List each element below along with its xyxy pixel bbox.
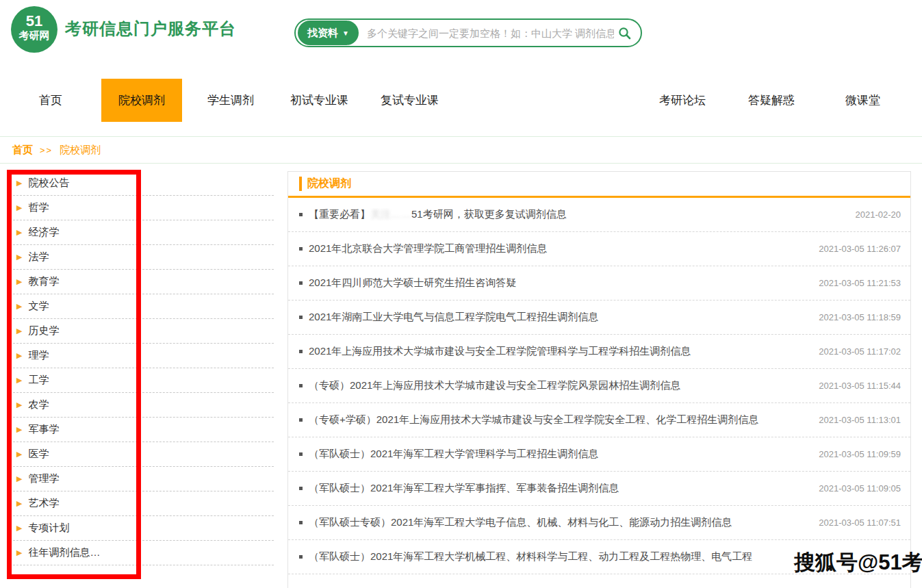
table-row: 2021年四川师范大学硕士研究生招生咨询答疑 2021-03-05 11:21:… <box>288 266 910 301</box>
nav-item-student-adjustment[interactable]: 学生调剂 <box>207 79 254 122</box>
search-category-button[interactable]: 找资料 ▼ <box>298 21 359 45</box>
table-row: （军队硕士）2021年海军工程大学军事指挥、军事装备招生调剂信息 2021-03… <box>288 472 910 506</box>
article-title-link[interactable]: （专硕）2021年上海应用技术大学城市建设与安全工程学院风景园林招生调剂信息 <box>309 379 810 392</box>
bullet-square-icon <box>299 316 303 319</box>
bullet-square-icon <box>299 350 303 353</box>
sidebar-item-label: 农学 <box>28 398 49 411</box>
bullet-square-icon <box>299 487 303 490</box>
article-date: 2021-03-05 11:18:59 <box>819 312 901 322</box>
main-nav: 首页 院校调剂 学生调剂 初试专业课 复试专业课 考研论坛 答疑解惑 微课堂 <box>0 79 922 122</box>
article-date: 2021-03-05 11:15:44 <box>819 381 901 391</box>
sidebar-item-past-adjustment-info[interactable]: ▶往年调剂信息… <box>10 541 274 565</box>
nav-item-retest-courses[interactable]: 复试专业课 <box>381 79 439 122</box>
sidebar-item-military[interactable]: ▶军事学 <box>10 418 274 442</box>
article-title-link[interactable]: 【重要必看】关注……51考研网，获取更多复试调剂信息 <box>309 208 847 221</box>
sidebar-item-label: 军事学 <box>28 423 59 436</box>
panel-title: 院校调剂 <box>299 177 351 191</box>
table-row: 2021年湖南工业大学电气与信息工程学院电气工程招生调剂信息 2021-03-0… <box>288 301 910 335</box>
arrow-right-icon: ▶ <box>16 277 22 286</box>
sidebar-item-history[interactable]: ▶历史学 <box>10 319 274 344</box>
sidebar-item-special-plan[interactable]: ▶专项计划 <box>10 516 274 541</box>
sidebar-item-label: 往年调剂信息… <box>28 546 100 559</box>
table-row: （军队硕士）2021年海军工程大学管理科学与工程招生调剂信息 2021-03-0… <box>288 437 910 472</box>
article-date: 2021-03-05 11:07:51 <box>819 517 901 528</box>
sidebar-item-label: 教育学 <box>28 275 59 288</box>
bullet-square-icon <box>299 384 303 387</box>
article-title-link[interactable]: （军队硕士专硕）2021年海军工程大学电子信息、机械、材料与化工、能源动力招生调… <box>309 516 810 529</box>
table-row: （专硕+学硕）2021年上海应用技术大学城市建设与安全工程学院安全工程、化学工程… <box>288 403 910 437</box>
arrow-right-icon: ▶ <box>16 376 22 385</box>
nav-item-home[interactable]: 首页 <box>39 79 62 122</box>
search-bar: 找资料 ▼ <box>294 18 642 47</box>
breadcrumb-current[interactable]: 院校调剂 <box>60 144 101 157</box>
arrow-right-icon: ▶ <box>16 474 22 483</box>
article-title-link[interactable]: 2021年上海应用技术大学城市建设与安全工程学院管理科学与工程学科招生调剂信息 <box>309 345 810 358</box>
sidebar-item-art[interactable]: ▶艺术学 <box>10 491 274 516</box>
sidebar-item-economics[interactable]: ▶经济学 <box>10 220 274 245</box>
article-title-link[interactable]: （军队硕士）2021年海军工程大学管理科学与工程招生调剂信息 <box>309 448 810 461</box>
panel-header: 院校调剂 <box>288 172 910 198</box>
arrow-right-icon: ▶ <box>16 524 22 533</box>
article-date: 2021-03-05 11:26:07 <box>819 244 901 254</box>
breadcrumb-home-link[interactable]: 首页 <box>12 144 33 157</box>
sidebar-item-medicine[interactable]: ▶医学 <box>10 442 274 467</box>
table-row: 2021年北京联合大学管理学院工商管理招生调剂信息 2021-03-05 11:… <box>288 232 910 266</box>
article-title-suffix: 51考研网，获取更多复试调剂信息 <box>411 208 567 220</box>
nav-item-qa[interactable]: 答疑解惑 <box>748 79 795 122</box>
sidebar-item-engineering[interactable]: ▶工学 <box>10 368 274 393</box>
breadcrumb: 首页 >> 院校调剂 <box>0 136 922 164</box>
sidebar-item-management[interactable]: ▶管理学 <box>10 467 274 491</box>
arrow-right-icon: ▶ <box>16 327 22 335</box>
article-list: 【重要必看】关注……51考研网，获取更多复试调剂信息 2021-02-20 20… <box>288 198 910 574</box>
sidebar-item-law[interactable]: ▶法学 <box>10 245 274 270</box>
search-category-label: 找资料 <box>307 27 338 40</box>
article-title-link[interactable]: （军队硕士）2021年海军工程大学军事指挥、军事装备招生调剂信息 <box>309 482 810 495</box>
sidebar-item-label: 专项计划 <box>28 522 69 535</box>
arrow-right-icon: ▶ <box>16 499 22 508</box>
search-icon[interactable] <box>618 27 631 40</box>
bullet-square-icon <box>299 521 303 524</box>
table-row: 【重要必看】关注……51考研网，获取更多复试调剂信息 2021-02-20 <box>288 198 910 232</box>
page: 51 考研网 考研信息门户服务平台 找资料 ▼ 首页 院校调剂 学生调剂 初试专… <box>0 0 922 588</box>
sidebar-item-label: 艺术学 <box>28 497 59 510</box>
sidebar-item-label: 管理学 <box>28 472 59 485</box>
article-title-link[interactable]: 2021年湖南工业大学电气与信息工程学院电气工程招生调剂信息 <box>309 311 810 324</box>
redacted-text: 关注…… <box>370 208 411 220</box>
sidebar-item-science[interactable]: ▶理学 <box>10 344 274 368</box>
nav-item-forum[interactable]: 考研论坛 <box>659 79 706 122</box>
nav-item-preliminary-courses[interactable]: 初试专业课 <box>290 79 348 122</box>
article-panel: 院校调剂 【重要必看】关注……51考研网，获取更多复试调剂信息 2021-02-… <box>287 171 911 588</box>
sidebar-item-philosophy[interactable]: ▶哲学 <box>10 196 274 220</box>
arrow-right-icon: ▶ <box>16 351 22 360</box>
watermark: 搜狐号@51考研网 <box>794 548 922 577</box>
sidebar-item-literature[interactable]: ▶文学 <box>10 294 274 319</box>
site-logo[interactable]: 51 考研网 <box>11 6 57 53</box>
article-date: 2021-03-05 11:17:02 <box>819 346 901 357</box>
article-title-link[interactable]: 2021年北京联合大学管理学院工商管理招生调剂信息 <box>309 242 810 255</box>
arrow-right-icon: ▶ <box>16 203 22 212</box>
sidebar-item-label: 医学 <box>28 448 49 461</box>
table-row: （军队硕士专硕）2021年海军工程大学电子信息、机械、材料与化工、能源动力招生调… <box>288 506 910 540</box>
sidebar-item-label: 经济学 <box>28 226 59 239</box>
article-date: 2021-03-05 11:09:05 <box>819 483 901 494</box>
sidebar-item-label: 院校公告 <box>28 177 69 190</box>
arrow-right-icon: ▶ <box>16 228 22 237</box>
nav-tab-school-adjustment[interactable]: 院校调剂 <box>101 79 182 122</box>
bullet-square-icon <box>299 452 303 456</box>
nav-item-micro-class[interactable]: 微课堂 <box>845 79 880 122</box>
category-sidebar: ▶院校公告 ▶哲学 ▶经济学 ▶法学 ▶教育学 ▶文学 ▶历史学 ▶理学 ▶工学… <box>10 171 274 565</box>
search-input[interactable] <box>359 27 618 39</box>
arrow-right-icon: ▶ <box>16 450 22 459</box>
sidebar-item-label: 工学 <box>28 374 49 387</box>
table-row: 2021年上海应用技术大学城市建设与安全工程学院管理科学与工程学科招生调剂信息 … <box>288 335 910 369</box>
arrow-right-icon: ▶ <box>16 548 22 557</box>
article-title-link[interactable]: （专硕+学硕）2021年上海应用技术大学城市建设与安全工程学院安全工程、化学工程… <box>309 413 810 426</box>
arrow-right-icon: ▶ <box>16 253 22 261</box>
chevron-down-icon: ▼ <box>342 29 349 37</box>
sidebar-item-agronomy[interactable]: ▶农学 <box>10 393 274 418</box>
sidebar-item-announcements[interactable]: ▶院校公告 <box>10 171 274 196</box>
bullet-square-icon <box>299 555 303 559</box>
sidebar-item-label: 哲学 <box>28 201 49 214</box>
article-title-link[interactable]: 2021年四川师范大学硕士研究生招生咨询答疑 <box>309 277 810 290</box>
sidebar-item-education[interactable]: ▶教育学 <box>10 270 274 294</box>
